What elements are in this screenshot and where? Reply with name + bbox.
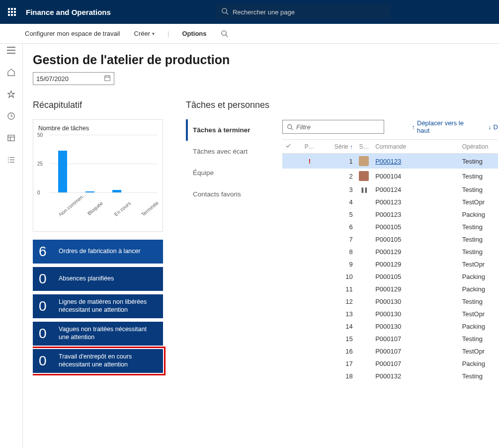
commande-cell[interactable]: P000105 <box>372 270 459 283</box>
task-count-chart[interactable]: Nombre de tâches 02550 Non commen…Bloqué… <box>33 119 163 232</box>
nav-workspaces-button[interactable] <box>0 132 23 143</box>
table-row[interactable]: 9P000129TestOpr <box>282 258 498 270</box>
commande-cell[interactable]: P000107 <box>372 333 459 345</box>
row-select-cell[interactable] <box>282 258 297 270</box>
table-row[interactable]: 12P000130Testing <box>282 295 498 308</box>
operation-cell: Packing <box>459 270 498 283</box>
table-row[interactable]: 8P000129Testing <box>282 246 498 258</box>
nav-modules-button[interactable] <box>0 154 23 165</box>
nav-menu-button[interactable] <box>0 45 23 56</box>
table-row[interactable]: 15P000107Testing <box>282 333 498 345</box>
commande-cell[interactable]: P000105 <box>372 221 459 233</box>
row-select-cell[interactable] <box>282 183 297 196</box>
row-select-cell[interactable] <box>282 320 297 333</box>
global-search-input[interactable]: Rechercher une page <box>216 4 390 20</box>
row-select-cell[interactable] <box>282 154 297 169</box>
table-row[interactable]: 13P000130TestOpr <box>282 308 498 320</box>
col-commande[interactable]: Commande <box>372 140 459 154</box>
operation-cell: Testing <box>459 221 498 233</box>
summary-tile[interactable]: 0Lignes de matières non libérées nécessi… <box>33 294 163 318</box>
row-select-cell[interactable] <box>282 246 297 258</box>
table-row[interactable]: 6P000105Testing <box>282 221 498 233</box>
table-row[interactable]: !1P000123Testing <box>282 154 498 169</box>
row-select-cell[interactable] <box>282 295 297 308</box>
status-cell <box>356 345 373 358</box>
tasks-tab[interactable]: Tâches avec écart <box>186 141 274 162</box>
commande-cell[interactable]: P000129 <box>372 246 459 258</box>
nav-recent-button[interactable] <box>0 110 23 121</box>
summary-tile[interactable]: 0Absences planifiées <box>33 267 163 291</box>
row-select-cell[interactable] <box>282 270 297 283</box>
page-search-button[interactable] <box>220 28 229 39</box>
table-row[interactable]: 7P000105Testing <box>282 233 498 246</box>
nav-home-button[interactable] <box>0 67 23 78</box>
operation-cell: TestOpr <box>459 258 498 270</box>
commande-cell[interactable]: P000130 <box>372 320 459 333</box>
nav-favorites-button[interactable] <box>0 89 23 99</box>
operation-cell: Testing <box>459 154 498 169</box>
row-select-cell[interactable] <box>282 370 297 382</box>
col-operation[interactable]: Opération <box>459 140 498 154</box>
table-row[interactable]: 4P000123TestOpr <box>282 196 498 208</box>
commande-cell[interactable]: P000105 <box>372 233 459 246</box>
commande-cell[interactable]: P000129 <box>372 258 459 270</box>
table-row[interactable]: 18P000132Testing <box>282 370 498 382</box>
commande-cell[interactable]: P000124 <box>372 183 459 196</box>
col-serie[interactable]: Série ↑ <box>323 140 356 154</box>
table-row[interactable]: 5P000123Packing <box>282 208 498 221</box>
summary-tile[interactable]: 6Ordres de fabrication à lancer <box>33 240 163 264</box>
app-launcher-button[interactable] <box>0 0 24 24</box>
tasks-tab[interactable]: Équipe <box>186 162 274 183</box>
grid-toolbar: Filtre ↑ Déplacer vers le haut ↓ D <box>282 119 498 139</box>
row-select-cell[interactable] <box>282 169 297 183</box>
commande-cell[interactable]: P000129 <box>372 283 459 295</box>
commande-cell[interactable]: P000130 <box>372 295 459 308</box>
table-row[interactable]: 16P000107TestOpr <box>282 345 498 358</box>
table-row[interactable]: 17P000107Packing <box>282 358 498 370</box>
commande-cell[interactable]: P000104 <box>372 169 459 183</box>
configure-workspace-button[interactable]: Configurer mon espace de travail <box>24 28 121 39</box>
commande-cell[interactable]: P000107 <box>372 358 459 370</box>
status-cell <box>356 270 373 283</box>
col-priority[interactable]: P… <box>297 140 322 154</box>
commande-cell[interactable]: P000130 <box>372 308 459 320</box>
move-down-button[interactable]: ↓ D <box>488 123 498 131</box>
commande-cell[interactable]: P000123 <box>372 196 459 208</box>
move-up-button[interactable]: ↑ Déplacer vers le haut <box>412 119 475 134</box>
chart-bar[interactable] <box>85 191 94 192</box>
row-select-cell[interactable] <box>282 358 297 370</box>
options-button[interactable]: Options <box>181 28 207 39</box>
summary-tile[interactable]: 0Vagues non traitées nécessitant une att… <box>33 322 163 346</box>
filter-input[interactable]: Filtre <box>282 120 384 134</box>
row-select-cell[interactable] <box>282 221 297 233</box>
chart-bar[interactable] <box>112 190 121 192</box>
row-select-cell[interactable] <box>282 196 297 208</box>
row-select-cell[interactable] <box>282 233 297 246</box>
commande-cell[interactable]: P000132 <box>372 370 459 382</box>
commande-cell[interactable]: P000123 <box>372 208 459 221</box>
serie-cell: 12 <box>323 295 356 308</box>
date-input[interactable]: 15/07/2020 <box>33 72 114 85</box>
x-label: En cours <box>113 200 132 217</box>
tasks-tab[interactable]: Tâches à terminer <box>186 119 274 141</box>
row-select-cell[interactable] <box>282 283 297 295</box>
row-select-cell[interactable] <box>282 333 297 345</box>
chart-bar[interactable] <box>58 151 67 192</box>
table-row[interactable]: 2P000104Testing <box>282 169 498 183</box>
status-cell <box>356 246 373 258</box>
create-button[interactable]: Créer ▾ <box>133 28 156 39</box>
row-select-cell[interactable] <box>282 345 297 358</box>
calendar-icon <box>104 75 111 83</box>
table-row[interactable]: 3❚❚P000124Testing <box>282 183 498 196</box>
row-select-cell[interactable] <box>282 208 297 221</box>
col-select[interactable] <box>282 140 297 154</box>
table-row[interactable]: 14P000130Packing <box>282 320 498 333</box>
table-row[interactable]: 11P000129Packing <box>282 283 498 295</box>
commande-cell[interactable]: P000123 <box>372 154 459 169</box>
col-status[interactable]: S… <box>356 140 373 154</box>
row-select-cell[interactable] <box>282 308 297 320</box>
summary-tile[interactable]: 0Travail d'entrepôt en cours nécessitant… <box>33 349 163 373</box>
table-row[interactable]: 10P000105Packing <box>282 270 498 283</box>
tasks-tab[interactable]: Contacts favoris <box>186 183 274 205</box>
commande-cell[interactable]: P000107 <box>372 345 459 358</box>
